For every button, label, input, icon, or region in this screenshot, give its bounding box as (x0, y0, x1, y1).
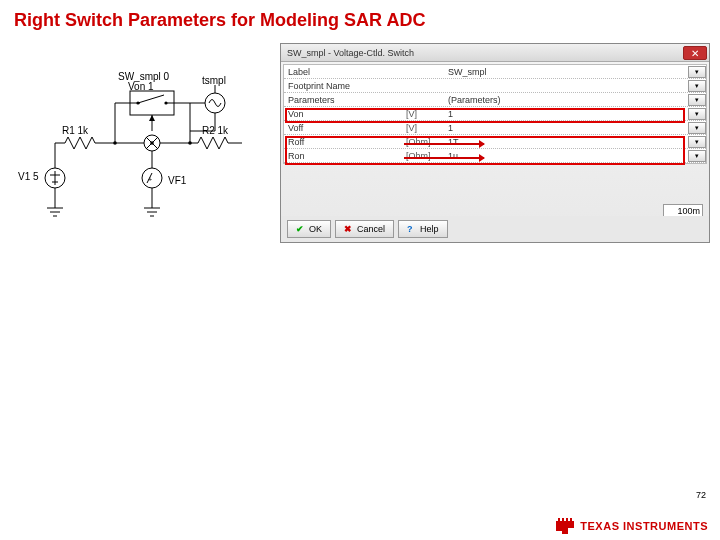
dialog-body: Label SW_smpl ▾ Footprint Name ▾ Paramet… (283, 64, 707, 164)
von-label: Von 1 (128, 81, 154, 92)
prop-name: Footprint Name (284, 81, 404, 91)
tsmpl-label: tsmpl (202, 75, 226, 86)
prop-name: Label (284, 67, 404, 77)
dropdown-icon[interactable]: ▾ (688, 122, 706, 134)
prop-value[interactable]: SW_smpl (444, 67, 686, 77)
highlight-von (285, 108, 685, 123)
dropdown-icon[interactable]: ▾ (688, 94, 706, 106)
row-parameters[interactable]: Parameters (Parameters) ▾ (284, 93, 706, 107)
svg-point-4 (136, 101, 139, 104)
svg-text:+: + (148, 176, 152, 183)
svg-rect-40 (558, 518, 560, 521)
prop-value[interactable]: (Parameters) (444, 95, 686, 105)
dropdown-icon[interactable]: ▾ (688, 80, 706, 92)
vf1-label: VF1 (168, 175, 186, 186)
schematic-diagram: + SW_smpl 0 Von 1 tsmpl R1 1k R2 1k V1 5… (10, 43, 270, 243)
dropdown-icon[interactable]: ▾ (688, 108, 706, 120)
row-label[interactable]: Label SW_smpl ▾ (284, 65, 706, 79)
dropdown-icon[interactable]: ▾ (688, 150, 706, 162)
r2-label: R2 1k (202, 125, 228, 136)
dropdown-icon[interactable]: ▾ (688, 136, 706, 148)
dialog-titlebar[interactable]: SW_smpl - Voltage-Ctld. Switch ✕ (281, 44, 709, 62)
ok-button[interactable]: ✔OK (287, 220, 331, 238)
check-icon: ✔ (296, 224, 306, 234)
properties-dialog: SW_smpl - Voltage-Ctld. Switch ✕ Label S… (280, 43, 710, 243)
ti-chip-icon (554, 518, 576, 534)
ti-brand-text: TEXAS INSTRUMENTS (580, 520, 708, 532)
row-voff[interactable]: Voff [V] 1 ▾ (284, 121, 706, 135)
content-area: + SW_smpl 0 Von 1 tsmpl R1 1k R2 1k V1 5… (0, 43, 720, 243)
svg-rect-43 (570, 518, 572, 521)
prop-name: Parameters (284, 95, 404, 105)
dialog-title: SW_smpl - Voltage-Ctld. Switch (283, 48, 683, 58)
prop-value[interactable]: 1 (444, 123, 686, 133)
svg-rect-42 (566, 518, 568, 521)
r1-label: R1 1k (62, 125, 88, 136)
help-button[interactable]: ?Help (398, 220, 448, 238)
svg-rect-41 (562, 518, 564, 521)
ti-logo: TEXAS INSTRUMENTS (554, 518, 708, 534)
svg-point-39 (188, 141, 192, 145)
svg-point-5 (164, 101, 167, 104)
arrow-ron (404, 157, 484, 159)
prop-name: Voff (284, 123, 404, 133)
footer-brand: TEXAS INSTRUMENTS (554, 518, 708, 534)
prop-unit: [V] (404, 123, 444, 133)
highlight-roff-ron (285, 136, 685, 165)
svg-point-37 (113, 141, 117, 145)
close-icon[interactable]: ✕ (683, 46, 707, 60)
arrow-roff (404, 143, 484, 145)
x-icon: ✖ (344, 224, 354, 234)
v1-label: V1 5 (18, 171, 39, 182)
dropdown-icon[interactable]: ▾ (688, 66, 706, 78)
dialog-buttons: ✔OK ✖Cancel ?Help (281, 216, 709, 242)
svg-point-38 (150, 141, 154, 145)
row-footprint[interactable]: Footprint Name ▾ (284, 79, 706, 93)
slide-title: Right Switch Parameters for Modeling SAR… (0, 0, 720, 43)
help-icon: ? (407, 224, 417, 234)
cancel-button[interactable]: ✖Cancel (335, 220, 394, 238)
svg-marker-7 (149, 115, 155, 121)
svg-line-3 (138, 95, 164, 103)
page-number: 72 (696, 490, 706, 500)
